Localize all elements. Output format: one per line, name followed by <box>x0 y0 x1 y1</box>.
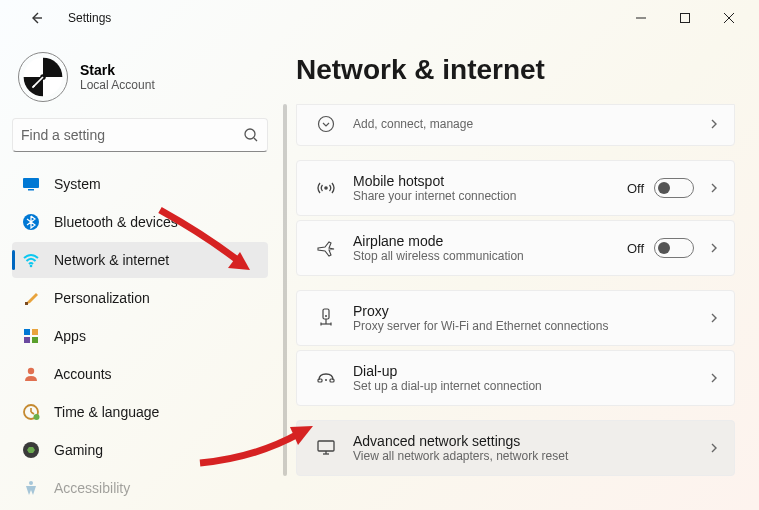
hotspot-toggle[interactable] <box>654 178 694 198</box>
card-title: Airplane mode <box>353 233 627 249</box>
svg-point-28 <box>29 481 33 485</box>
window-controls <box>619 2 751 34</box>
svg-rect-40 <box>318 441 334 451</box>
sidebar-item-label: Personalization <box>54 290 150 306</box>
sidebar-item-system[interactable]: System <box>12 166 268 202</box>
gaming-icon <box>22 441 40 459</box>
titlebar: Settings <box>0 0 759 36</box>
monitor-icon <box>311 437 341 459</box>
chevron-down-icon <box>311 113 341 135</box>
proxy-icon <box>311 307 341 329</box>
cards: Add, connect, manage Mobile hotspot Shar… <box>296 104 735 476</box>
profile[interactable]: Stark Local Account <box>12 48 268 118</box>
card-sub: Proxy server for Wi-Fi and Ethernet conn… <box>353 319 708 333</box>
svg-rect-18 <box>24 329 30 335</box>
sidebar-item-label: Accounts <box>54 366 112 382</box>
chevron-right-icon <box>708 372 720 384</box>
card-sub: Set up a dial-up internet connection <box>353 379 708 393</box>
card-sub: Stop all wireless communication <box>353 249 627 263</box>
window-title: Settings <box>68 11 111 25</box>
chevron-right-icon <box>708 312 720 324</box>
system-icon <box>22 175 40 193</box>
card-title: Advanced network settings <box>353 433 708 449</box>
sidebar-item-label: Gaming <box>54 442 103 458</box>
avatar <box>18 52 68 102</box>
svg-rect-31 <box>323 309 329 319</box>
svg-point-30 <box>324 186 328 190</box>
sidebar-item-personalization[interactable]: Personalization <box>12 280 268 316</box>
sidebar-item-accounts[interactable]: Accounts <box>12 356 268 392</box>
card-proxy[interactable]: Proxy Proxy server for Wi-Fi and Etherne… <box>296 290 735 346</box>
sidebar-item-accessibility[interactable]: Accessibility <box>12 470 268 506</box>
svg-rect-21 <box>32 337 38 343</box>
dialup-icon <box>311 367 341 389</box>
profile-name: Stark <box>80 62 155 78</box>
avatar-icon <box>21 55 65 99</box>
sidebar-item-network[interactable]: Network & internet <box>12 242 268 278</box>
maximize-icon <box>680 13 690 23</box>
sidebar-item-label: Apps <box>54 328 86 344</box>
close-icon <box>724 13 734 23</box>
back-button[interactable] <box>20 2 52 34</box>
arrow-left-icon <box>28 10 44 26</box>
apps-icon <box>22 327 40 345</box>
profile-text: Stark Local Account <box>80 62 155 92</box>
page-title: Network & internet <box>296 54 735 86</box>
chevron-right-icon <box>708 118 720 130</box>
svg-rect-20 <box>24 337 30 343</box>
scrollbar[interactable] <box>283 104 287 476</box>
svg-rect-13 <box>23 178 39 188</box>
svg-rect-17 <box>25 302 28 305</box>
profile-sub: Local Account <box>80 78 155 92</box>
svg-point-26 <box>34 414 40 420</box>
card-dialup[interactable]: Dial-up Set up a dial-up internet connec… <box>296 350 735 406</box>
card-sub: Add, connect, manage <box>353 117 708 131</box>
hotspot-icon <box>311 177 341 199</box>
sidebar-item-time[interactable]: Time & language <box>12 394 268 430</box>
sidebar-item-bluetooth[interactable]: Bluetooth & devices <box>12 204 268 240</box>
bluetooth-icon <box>22 213 40 231</box>
sidebar-item-label: Bluetooth & devices <box>54 214 178 230</box>
brush-icon <box>22 289 40 307</box>
sidebar-item-gaming[interactable]: Gaming <box>12 432 268 468</box>
search-icon <box>243 127 259 143</box>
svg-point-16 <box>30 265 33 268</box>
sidebar-item-apps[interactable]: Apps <box>12 318 268 354</box>
svg-line-12 <box>254 138 257 141</box>
sidebar-item-label: System <box>54 176 101 192</box>
maximize-button[interactable] <box>663 2 707 34</box>
svg-rect-37 <box>318 379 322 382</box>
minimize-button[interactable] <box>619 2 663 34</box>
airplane-icon <box>311 237 341 259</box>
chevron-right-icon <box>708 242 720 254</box>
chevron-right-icon <box>708 442 720 454</box>
card-advanced-network[interactable]: Advanced network settings View all netwo… <box>296 420 735 476</box>
minimize-icon <box>636 13 646 23</box>
svg-line-25 <box>31 412 34 414</box>
accounts-icon <box>22 365 40 383</box>
sidebar-item-label: Accessibility <box>54 480 130 496</box>
sidebar-item-label: Time & language <box>54 404 159 420</box>
card-mobile-hotspot[interactable]: Mobile hotspot Share your internet conne… <box>296 160 735 216</box>
close-button[interactable] <box>707 2 751 34</box>
card-vpn[interactable]: Add, connect, manage <box>296 104 735 146</box>
toggle-label: Off <box>627 241 644 256</box>
main: Network & internet Add, connect, manage … <box>280 36 759 510</box>
svg-rect-38 <box>330 379 334 382</box>
svg-point-11 <box>245 129 255 139</box>
card-title: Mobile hotspot <box>353 173 627 189</box>
svg-point-29 <box>319 117 334 132</box>
nav: System Bluetooth & devices Network & int… <box>12 166 268 510</box>
sidebar-item-label: Network & internet <box>54 252 169 268</box>
svg-rect-2 <box>681 14 690 23</box>
search-input[interactable] <box>21 127 243 143</box>
svg-rect-19 <box>32 329 38 335</box>
svg-point-32 <box>325 315 327 317</box>
card-airplane-mode[interactable]: Airplane mode Stop all wireless communic… <box>296 220 735 276</box>
card-sub: View all network adapters, network reset <box>353 449 708 463</box>
wifi-icon <box>22 251 40 269</box>
card-title: Dial-up <box>353 363 708 379</box>
svg-point-22 <box>28 368 34 374</box>
airplane-toggle[interactable] <box>654 238 694 258</box>
search-box[interactable] <box>12 118 268 152</box>
